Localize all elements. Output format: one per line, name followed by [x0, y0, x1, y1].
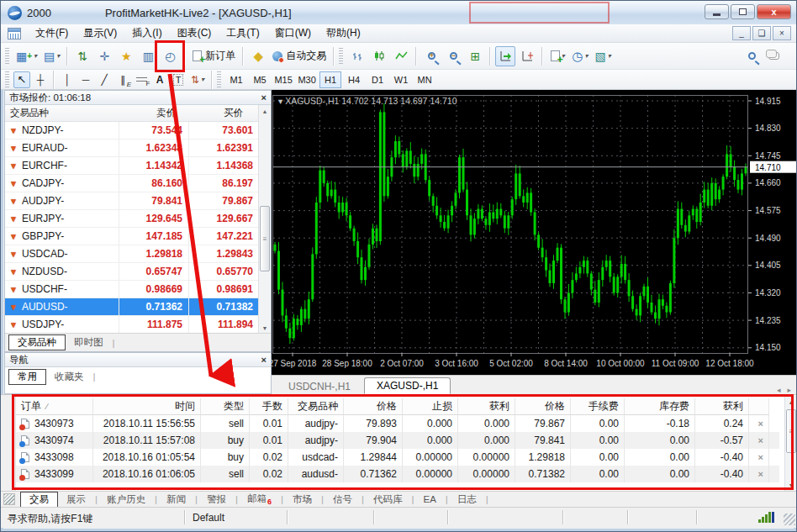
timeframe-d1[interactable]: D1 [367, 71, 388, 88]
bar-chart-button[interactable] [347, 46, 367, 66]
chart-shift-button[interactable] [517, 46, 537, 66]
close-order-icon[interactable]: × [758, 435, 763, 445]
text-label-tool-button[interactable]: T [170, 71, 187, 88]
order-row[interactable]: 34309732018.10.11 15:56:55sell0.01audjpy… [16, 415, 779, 432]
terminal-tab-6[interactable]: 邮箱6 [239, 492, 280, 507]
mdi-restore-button[interactable]: ❏ [752, 26, 771, 40]
timeframe-h4[interactable]: H4 [343, 71, 365, 88]
market-watch-row[interactable]: ▼NZDJPY-73.54473.601 [5, 122, 271, 140]
menu-item[interactable]: 工具(T) [219, 24, 267, 42]
chart-canvas[interactable]: 14.91514.83014.74514.66014.57514.49014.4… [272, 90, 797, 375]
terminal-tab-3[interactable]: 账户历史 [98, 492, 154, 507]
crosshair-tool-button[interactable]: ┼ [32, 71, 49, 88]
scroll-down-icon[interactable]: ▼ [259, 322, 271, 334]
timeframe-m1[interactable]: M1 [225, 71, 247, 88]
orders-column-10[interactable]: 手续费 [571, 398, 625, 415]
autotrade-button[interactable]: 自动交易 [270, 46, 329, 66]
terminal-tab-11[interactable]: 日志 [449, 492, 485, 507]
orders-column-12[interactable]: 获利 [695, 398, 749, 415]
orders-column-11[interactable]: 库存费 [625, 398, 695, 415]
terminal-scrollbar[interactable]: ▲ ≡ ▼ [784, 396, 797, 491]
terminal-tab-1[interactable]: 交易 [20, 492, 58, 508]
tile-windows-button[interactable]: ⊞ [465, 46, 485, 66]
orders-column-5[interactable]: 交易品种 [288, 398, 344, 415]
close-order-icon[interactable]: × [758, 469, 763, 479]
navigator-close-icon[interactable]: × [261, 355, 267, 365]
data-window-button[interactable]: ✛ [94, 46, 114, 66]
metaeditor-button[interactable]: ◆ [248, 46, 268, 66]
order-row[interactable]: 34309742018.10.11 15:57:08buy0.01audjpy-… [16, 432, 779, 449]
menu-item[interactable]: 帮助(H) [319, 24, 368, 42]
market-watch-row[interactable]: ▼EURJPY-129.645129.667 [5, 210, 271, 228]
candlestick-button[interactable] [369, 46, 389, 66]
market-watch-tab-1[interactable]: 交易品种 [8, 334, 66, 350]
market-watch-row[interactable]: ▼EURCHF-1.143421.14368 [5, 157, 271, 175]
menu-item[interactable]: 插入(I) [124, 24, 169, 42]
market-watch-row[interactable]: ▼GBPJPY-147.185147.221 [5, 228, 271, 245]
scroll-thumb[interactable]: ≡ [786, 409, 796, 453]
chart-window-icon[interactable] [8, 28, 21, 40]
menu-item[interactable]: 图表(C) [170, 24, 219, 42]
terminal-tab-2[interactable]: 展示 [58, 492, 94, 507]
trendline-tool-button[interactable]: ╱ [96, 71, 113, 88]
order-row[interactable]: 34330982018.10.16 01:05:54buy0.02usdcad-… [16, 449, 779, 466]
orders-column-9[interactable]: 价格 [515, 398, 571, 415]
text-tool-button[interactable]: A [151, 71, 168, 88]
orders-column-7[interactable]: 止损 [403, 398, 458, 415]
minimize-button[interactable] [705, 4, 729, 19]
market-watch-row[interactable]: ▼AUDUSD-0.713620.71382 [5, 298, 271, 316]
title-bar[interactable]: 2000 ProfitMarketHK-Live2 - [XAGUSD-,H1]… [1, 1, 796, 24]
scroll-down-icon[interactable]: ▼ [785, 479, 797, 491]
orders-column-6[interactable]: 价格 [344, 398, 403, 415]
equidistant-channel-tool-button[interactable]: ∥E [114, 71, 131, 88]
mdi-minimize-button[interactable]: _ [732, 26, 751, 40]
resize-grip[interactable] [784, 514, 795, 525]
scroll-right-icon[interactable]: ▸ [787, 386, 791, 394]
market-watch-scrollbar[interactable]: ▲ ≡ ▼ [258, 105, 271, 334]
scroll-up-icon[interactable]: ▲ [785, 396, 797, 408]
templates-button[interactable]: ▧▾ [592, 46, 613, 66]
market-watch-row[interactable]: ▼USDCAD-1.298181.29843 [5, 245, 271, 263]
vertical-line-tool-button[interactable]: │ [59, 71, 76, 88]
market-watch-row[interactable]: ▼USDJPY-111.875111.894 [5, 316, 271, 334]
new-order-button[interactable]: +新订单 [190, 46, 238, 66]
new-chart-button[interactable]: ▦+▾ [13, 46, 40, 66]
column-ask[interactable]: 买价 [181, 107, 248, 119]
toolbar-grip[interactable] [5, 71, 9, 88]
navigator-toggle-button[interactable]: ★ [116, 46, 136, 66]
close-order-icon[interactable]: × [758, 419, 763, 429]
fibonacci-tool-button[interactable]: F [133, 71, 150, 88]
column-symbol[interactable]: 交易品种 [5, 107, 119, 119]
profiles-button[interactable]: ▤▾ [41, 46, 62, 66]
column-bid[interactable]: 卖价 [111, 107, 181, 119]
orders-column-8[interactable]: 获利 [458, 398, 515, 415]
timeframe-m5[interactable]: M5 [249, 71, 271, 88]
chart-tab-1[interactable]: USDCNH-,H1 [277, 379, 362, 394]
panel-grip-icon[interactable] [3, 493, 15, 505]
navigator-tab-1[interactable]: 常用 [8, 369, 46, 385]
navigator-tab-2[interactable]: 收藏夹 [46, 370, 92, 384]
scroll-left-icon[interactable]: ◂ [777, 386, 781, 394]
market-watch-close-icon[interactable]: × [261, 92, 267, 103]
status-profile[interactable]: Default [193, 512, 224, 524]
terminal-tab-9[interactable]: 代码库 [365, 492, 411, 507]
search-button[interactable] [742, 46, 762, 66]
restore-button[interactable] [731, 4, 755, 19]
market-watch-row[interactable]: ▼CADJPY-86.16086.197 [5, 175, 271, 192]
zoom-out-button[interactable]: − [443, 46, 463, 66]
line-chart-button[interactable] [391, 46, 411, 66]
terminal-tab-10[interactable]: EA [415, 493, 445, 505]
toolbar-grip[interactable] [339, 48, 343, 65]
menu-item[interactable]: 显示(V) [76, 24, 124, 42]
orders-column-2[interactable]: 时间 [93, 398, 201, 415]
periods-button[interactable]: ◷▾ [569, 46, 590, 66]
auto-scroll-button[interactable] [495, 46, 515, 66]
chat-button[interactable] [763, 46, 784, 66]
close-button[interactable]: x [757, 4, 791, 19]
toolbar-grip[interactable] [217, 71, 221, 88]
market-watch-row[interactable]: ▼AUDJPY-79.84179.867 [5, 192, 271, 210]
timeframe-w1[interactable]: W1 [390, 71, 412, 88]
order-row[interactable]: 34330992018.10.16 01:06:05sell0.02audusd… [16, 466, 779, 482]
market-watch-toggle-button[interactable]: ⇅ [72, 46, 92, 66]
timeframe-mn[interactable]: MN [414, 71, 435, 88]
